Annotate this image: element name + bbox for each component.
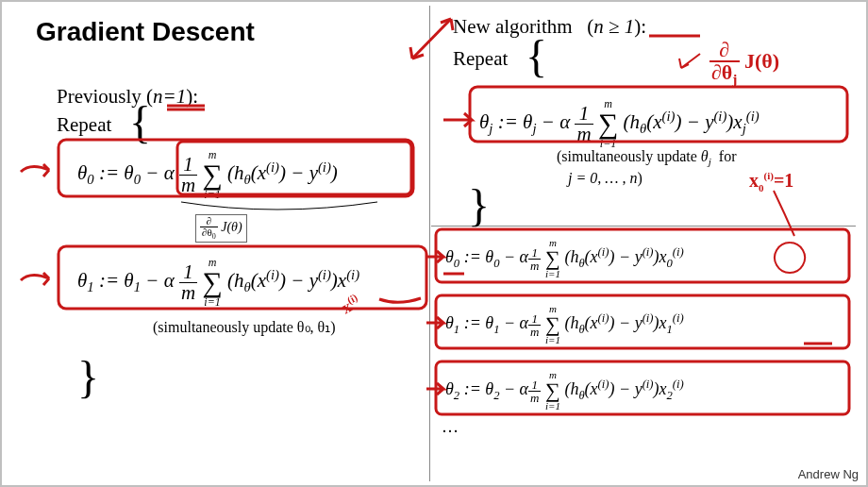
eq-theta1-left: θ1 := θ1 − α 1m m∑i=1 (hθ(x(i)) − y(i))x… xyxy=(77,257,359,308)
eq-thetaj-right: θj := θj − α 1m m∑i=1 (hθ(x(i)) − y(i))x… xyxy=(479,98,760,149)
right-note1: (simultaneously update θj for xyxy=(557,148,736,167)
author-label: Andrew Ng xyxy=(798,467,859,481)
eq-theta1-right: θ1 := θ1 − α1m m∑i=1 (hθ(x(i)) − y(i))x1… xyxy=(445,304,684,345)
slide: Gradient Descent Previously (n=1): Repea… xyxy=(2,2,866,485)
left-note: (simultaneously update θ₀, θ₁) xyxy=(153,318,336,336)
close-brace-left: } xyxy=(77,351,99,403)
divider-vertical xyxy=(429,6,430,481)
handwritten-x0-eq-1: x0(i)=1 xyxy=(749,170,793,193)
divider-horizontal xyxy=(431,226,856,227)
eq-theta0-left: θ0 := θ0 − α 1m m∑i=1 (hθ(x(i)) − y(i)) xyxy=(77,149,338,200)
slide-title: Gradient Descent xyxy=(36,17,255,47)
underbrace-note: ∂∂θ0 J(θ) xyxy=(195,214,247,243)
eq-theta0-right: θ0 := θ0 − α1m m∑i=1 (hθ(x(i)) − y(i))x0… xyxy=(445,238,684,279)
open-brace-left: { xyxy=(129,96,151,148)
right-repeat-label: Repeat xyxy=(453,47,508,71)
open-brace-right: { xyxy=(526,30,547,82)
left-subtitle: Previously (n=1): xyxy=(57,85,198,109)
eq-theta2-right: θ2 := θ2 − α1m m∑i=1 (hθ(x(i)) − y(i))x2… xyxy=(445,370,684,411)
ellipsis-dots: … xyxy=(442,417,459,437)
right-subtitle: New algorithm (n ≥ 1): xyxy=(453,15,646,39)
close-brace-right: } xyxy=(468,179,490,231)
left-repeat-label: Repeat xyxy=(57,113,111,137)
right-note2: j = 0, … , n) xyxy=(568,170,643,187)
handwritten-partial: ∂∂θj J(θ) xyxy=(709,40,779,87)
